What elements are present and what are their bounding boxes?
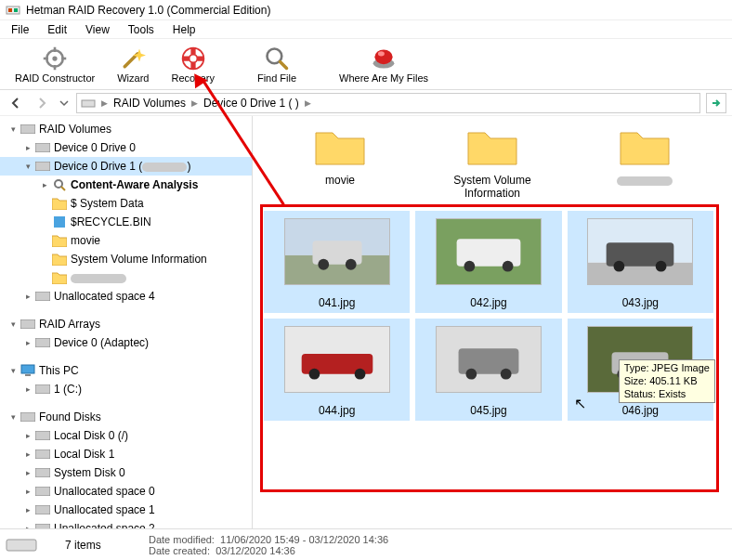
image-thumbnail xyxy=(436,218,542,285)
svg-rect-19 xyxy=(20,124,35,134)
tree-raid-arrays[interactable]: ▾RAID Arrays xyxy=(0,315,252,333)
status-bar: 7 items Date modified: 11/06/2020 15:49 … xyxy=(0,528,732,560)
file-label: 042.jpg xyxy=(470,296,506,309)
thumbnail-grid: 041.jpg 042.jpg 043.jpg 044.jpg 045.jpg … xyxy=(264,211,713,421)
tree-adaptec[interactable]: ▸Device 0 (Adaptec) xyxy=(0,333,252,352)
file-045[interactable]: 045.jpg xyxy=(415,319,561,421)
tree-local-disk-1[interactable]: ▸Local Disk 1 xyxy=(0,445,252,463)
date-created-value: 03/12/2020 14:36 xyxy=(216,545,295,556)
collapse-icon[interactable]: ▾ xyxy=(22,162,33,171)
expand-icon[interactable]: ▸ xyxy=(39,180,50,189)
tree-cdrive[interactable]: ▸1 (C:) xyxy=(0,380,252,398)
svg-rect-21 xyxy=(35,162,50,171)
expand-icon[interactable]: ▸ xyxy=(22,338,33,347)
tree-unalloc-2[interactable]: ▸Unallocated space 2 xyxy=(0,519,252,528)
file-label: 046.jpg xyxy=(622,404,659,417)
file-043[interactable]: 043.jpg xyxy=(568,211,713,313)
svg-rect-31 xyxy=(20,412,35,422)
tooltip-size: Size: 405.11 KB xyxy=(624,375,710,388)
menu-tools[interactable]: Tools xyxy=(119,21,163,38)
expand-icon[interactable]: ▸ xyxy=(22,384,33,394)
chevron-right-icon: ▶ xyxy=(101,98,108,108)
main-split: ▾RAID Volumes ▸Device 0 Drive 0 ▾Device … xyxy=(0,116,732,528)
folder-item-blurred[interactable] xyxy=(587,125,702,200)
expand-icon[interactable]: ▸ xyxy=(22,449,33,459)
svg-rect-30 xyxy=(35,384,50,394)
where-are-my-files-button[interactable]: Where Are My Files xyxy=(328,40,439,88)
breadcrumb[interactable]: ▶ RAID Volumes ▶ Device 0 Drive 1 ( ) ▶ xyxy=(76,93,700,113)
go-button[interactable] xyxy=(706,93,726,113)
search-icon xyxy=(264,46,290,72)
tree-system-disk-0[interactable]: ▸System Disk 0 xyxy=(0,463,252,482)
tree-system-data[interactable]: $ System Data xyxy=(0,194,252,213)
item-count: 7 items xyxy=(65,539,149,552)
drive-icon xyxy=(81,96,96,111)
file-046[interactable]: 046.jpg Type: JPEG Image Size: 405.11 KB… xyxy=(568,319,713,421)
tooltip-status: Status: Exists xyxy=(624,388,710,401)
tree-unalloc-1[interactable]: ▸Unallocated space 1 xyxy=(0,501,252,519)
file-042[interactable]: 042.jpg xyxy=(415,211,561,313)
expand-icon[interactable]: ▸ xyxy=(22,143,33,152)
drive-icon xyxy=(35,289,50,304)
history-dropdown[interactable] xyxy=(58,93,71,113)
expand-icon[interactable]: ▸ xyxy=(22,431,33,440)
file-044[interactable]: 044.jpg xyxy=(264,319,410,421)
collapse-icon[interactable]: ▾ xyxy=(7,319,19,329)
expand-icon[interactable]: ▸ xyxy=(22,292,33,301)
wand-icon xyxy=(120,46,146,72)
tree-movie[interactable]: movie xyxy=(0,231,252,250)
expand-icon[interactable]: ▸ xyxy=(22,524,33,528)
menu-help[interactable]: Help xyxy=(163,21,205,38)
tree-local-disk-0[interactable]: ▸Local Disk 0 (/) xyxy=(0,426,252,445)
folder-item-svi[interactable]: System Volume Information xyxy=(435,125,550,200)
folder-label: movie xyxy=(325,174,355,187)
image-thumbnail xyxy=(284,326,390,393)
back-button[interactable] xyxy=(6,93,26,113)
collapse-icon[interactable]: ▾ xyxy=(7,124,19,134)
content-pane[interactable]: movie System Volume Information 041.jpg … xyxy=(253,116,732,528)
crumb-raid-volumes[interactable]: RAID Volumes xyxy=(110,97,190,110)
find-file-button[interactable]: Find File xyxy=(246,40,307,88)
menu-file[interactable]: File xyxy=(2,21,38,38)
collapse-icon[interactable]: ▾ xyxy=(7,366,19,375)
svg-rect-1 xyxy=(8,8,12,12)
svg-rect-64 xyxy=(7,540,36,551)
folder-label: System Volume Information xyxy=(435,174,550,200)
menu-edit[interactable]: Edit xyxy=(38,21,76,38)
folder-icon xyxy=(52,252,67,267)
raid-constructor-button[interactable]: RAID Constructor xyxy=(4,40,106,88)
svg-rect-18 xyxy=(82,100,95,107)
drive-icon xyxy=(20,410,35,424)
expand-icon[interactable]: ▸ xyxy=(22,468,33,477)
tree-raid-volumes[interactable]: ▾RAID Volumes xyxy=(0,120,252,138)
toolbar-label: Wizard xyxy=(117,72,149,84)
folder-item-movie[interactable]: movie xyxy=(282,125,398,200)
expand-icon[interactable]: ▸ xyxy=(22,505,33,514)
tree-blurred-folder[interactable] xyxy=(0,268,252,287)
collapse-icon[interactable]: ▾ xyxy=(7,412,19,422)
svg-rect-33 xyxy=(35,449,50,459)
tree-content-aware[interactable]: ▸Content-Aware Analysis xyxy=(0,176,252,194)
tree-found-disks[interactable]: ▾Found Disks xyxy=(0,408,252,426)
file-label: 041.jpg xyxy=(319,296,355,309)
svg-rect-20 xyxy=(35,143,50,152)
tree-unalloc4[interactable]: ▸Unallocated space 4 xyxy=(0,287,252,306)
tree-pane[interactable]: ▾RAID Volumes ▸Device 0 Drive 0 ▾Device … xyxy=(0,116,253,528)
folder-row: movie System Volume Information xyxy=(258,120,726,200)
tree-this-pc[interactable]: ▾This PC xyxy=(0,361,252,380)
tree-unalloc-0[interactable]: ▸Unallocated space 0 xyxy=(0,482,252,501)
tree-svi[interactable]: System Volume Information xyxy=(0,250,252,268)
tree-drive1[interactable]: ▾Device 0 Drive 1 () xyxy=(0,157,252,176)
tree-recycle-bin[interactable]: $RECYCLE.BIN xyxy=(0,213,252,231)
date-created-label: Date created: xyxy=(149,545,210,556)
file-041[interactable]: 041.jpg xyxy=(264,211,410,313)
expand-icon[interactable]: ▸ xyxy=(22,487,33,496)
drive-icon xyxy=(35,447,50,462)
svg-point-50 xyxy=(614,261,625,272)
tree-drive0[interactable]: ▸Device 0 Drive 0 xyxy=(0,138,252,157)
menu-view[interactable]: View xyxy=(76,21,119,38)
wizard-button[interactable]: Wizard xyxy=(106,40,160,88)
window-title: Hetman RAID Recovery 1.0 (Commercial Edi… xyxy=(26,4,270,17)
forward-button[interactable] xyxy=(32,93,52,113)
toolbar-label: Where Are My Files xyxy=(339,72,428,84)
